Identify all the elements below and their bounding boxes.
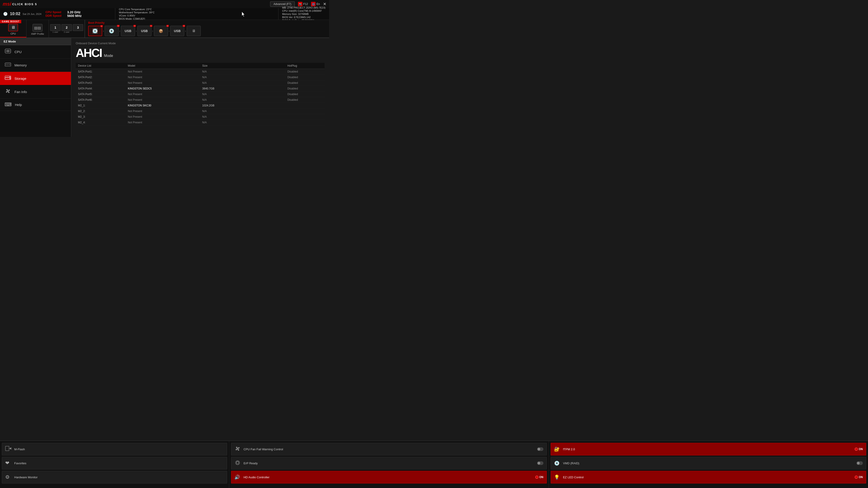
fan-info-sidebar-icon <box>4 88 11 95</box>
xmp-btn-2-sub: 2 user <box>64 31 69 33</box>
time-display: 10:02 <box>10 11 20 16</box>
content-area: Onboard Device Current Mode AHCI Mode De… <box>71 38 329 137</box>
xmp-btn-3[interactable]: 3 <box>73 24 83 31</box>
table-row: SATA Port3: Not Present N/A Disabled <box>76 80 324 86</box>
help-sidebar-icon: ⌨ <box>4 102 12 107</box>
boot-priority-title: Boot Priority <box>88 21 326 24</box>
sidebar-item-memory-label: Memory <box>14 63 27 67</box>
top-strip: msi CLICK BIOS 5 Advanced (F7) 📷 F12 🌐 E… <box>0 0 329 8</box>
device-hotplug: Disabled <box>285 92 324 97</box>
device-hotplug: Disabled <box>285 97 324 103</box>
device-size: N/A <box>200 114 285 120</box>
device-model: Not Present <box>125 74 200 80</box>
sidebar-item-help-label: Help <box>15 103 22 107</box>
system-info: MB: Z790 PROJECT ZERO (MS-7E23) CPU: Int… <box>278 8 329 20</box>
svg-rect-2 <box>6 50 9 53</box>
screenshot-btn[interactable]: 📷 F12 <box>298 2 308 6</box>
boot-device-6[interactable]: USB U <box>170 26 184 36</box>
col-hotplug: HotPlug <box>285 63 324 69</box>
bios-mode: BIOS Mode: CSM/UEFI <box>119 18 275 20</box>
sidebar-item-storage[interactable]: Storage <box>0 72 71 85</box>
ddr-speed-label: DDR Speed <box>45 14 65 18</box>
col-size: Size <box>200 63 285 69</box>
onboard-label-block: Onboard Device Current Mode AHCI Mode <box>76 41 116 60</box>
col-device: Device List <box>76 63 125 69</box>
bios-title: CLICK BIOS 5 <box>12 2 37 6</box>
storage-sidebar-icon <box>4 75 11 82</box>
sidebar-item-storage-label: Storage <box>14 76 26 80</box>
device-size: N/A <box>200 80 285 86</box>
table-row: SATA Port4: KINGSTON SEDC5 3840.7GB Disa… <box>76 86 324 92</box>
time-speed-section: 🕐 10:02 Sat 29 Jun, 2024 CPU Speed 3.20 … <box>0 8 115 20</box>
device-model: Not Present <box>125 114 200 120</box>
speed-display: CPU Speed 3.20 GHz DDR Speed 5600 MHz <box>45 10 82 18</box>
xmp-icon-item: ▤▤ XMP Profile <box>26 20 49 37</box>
device-model: Not Present <box>125 69 200 74</box>
svg-rect-16 <box>6 64 6 65</box>
xmp-btn-2[interactable]: 2 <box>61 24 72 31</box>
main-area: EZ Mode CPU Memory Storage Fa <box>0 38 329 137</box>
memory-sidebar-icon <box>4 62 11 68</box>
sidebar-item-memory[interactable]: Memory <box>0 59 71 72</box>
sidebar: EZ Mode CPU Memory Storage Fa <box>0 38 71 137</box>
table-row: SATA Port2: Not Present N/A Disabled <box>76 74 324 80</box>
mem-size-info: Memory Size: 32768MB <box>282 13 326 15</box>
sidebar-item-cpu-label: CPU <box>14 50 22 54</box>
language-btn[interactable]: 🌐 En <box>311 2 320 6</box>
device-model: Not Present <box>125 108 200 114</box>
device-port: M2_1: <box>76 103 125 108</box>
clock-icon: 🕐 <box>3 12 8 16</box>
device-size: N/A <box>200 74 285 80</box>
sidebar-item-cpu[interactable]: CPU <box>0 45 71 59</box>
device-model: KINGSTON SEDC5 <box>125 86 200 92</box>
boot-device-4[interactable]: USB U <box>137 26 151 36</box>
device-port: SATA Port5: <box>76 92 125 97</box>
xmp-section: ▤▤ XMP Profile 1 1 user 2 2 user 3 <box>26 20 85 37</box>
xmp-label: XMP Profile <box>31 33 44 35</box>
boot-device-3[interactable]: USB U <box>121 26 135 36</box>
msi-logo: msi CLICK BIOS 5 <box>3 1 37 7</box>
ez-mode-bar: EZ Mode <box>0 38 71 45</box>
date-display: Sat 29 Jun, 2024 <box>23 13 41 15</box>
advanced-btn[interactable]: Advanced (F7) <box>270 1 295 7</box>
bios-ver-info: BIOS Ver: E7E23IMS.142 <box>282 16 326 19</box>
boot-device-7[interactable]: 🖥 <box>187 26 201 36</box>
cpu-speed-value: 3.20 GHz <box>67 10 81 14</box>
sidebar-item-fan-info[interactable]: Fan Info <box>0 85 71 98</box>
cpu-info: CPU: Intel(R) Core(TM) i9-14900KF <box>282 9 326 12</box>
xmp-btn-1[interactable]: 1 <box>50 24 61 31</box>
ahci-text: AHCI <box>76 46 102 60</box>
device-port: M2_4: <box>76 120 125 125</box>
boot-device-5[interactable]: 📦 U <box>154 26 168 36</box>
boot-device-2[interactable]: 💿 U <box>105 26 119 36</box>
device-port: SATA Port1: <box>76 69 125 74</box>
device-size: N/A <box>200 92 285 97</box>
boot-devices: 💽 U › 💿 U › USB U › USB U › <box>88 26 326 36</box>
device-size: N/A <box>200 108 285 114</box>
device-model: Not Present <box>125 92 200 97</box>
sidebar-item-help[interactable]: ⌨ Help <box>0 98 71 111</box>
cpu-speed-label: CPU Speed <box>45 10 65 14</box>
xmp-btn-2-group: 2 2 user <box>61 24 72 33</box>
device-port: SATA Port6: <box>76 97 125 103</box>
device-size: N/A <box>200 69 285 74</box>
cpu-temp: CPU Core Temperature: 23°C <box>119 8 275 11</box>
table-row: M2_1: KINGSTON SKC30 1024.2GB <box>76 103 324 108</box>
boot-device-1[interactable]: 💽 U <box>88 26 102 36</box>
mode-word: Mode <box>104 54 113 58</box>
device-size: 3840.7GB <box>200 86 285 92</box>
table-row: SATA Port1: Not Present N/A Disabled <box>76 69 324 74</box>
table-row: SATA Port5: Not Present N/A Disabled <box>76 92 324 97</box>
cpu-sidebar-icon <box>4 48 11 55</box>
device-hotplug <box>285 103 324 108</box>
device-hotplug: Disabled <box>285 69 324 74</box>
device-hotplug <box>285 108 324 114</box>
boost-boot-row: GAME BOOST 🖥 CPU ▤▤ XMP Profile 1 1 user <box>0 20 329 38</box>
svg-rect-18 <box>9 64 10 65</box>
device-model: KINGSTON SKC30 <box>125 103 200 108</box>
close-btn[interactable]: ✕ <box>323 2 327 6</box>
device-size: N/A <box>200 97 285 103</box>
device-port: M2_3: <box>76 114 125 120</box>
vcore: VCore: 0.956V <box>119 14 275 17</box>
device-hotplug: Disabled <box>285 74 324 80</box>
